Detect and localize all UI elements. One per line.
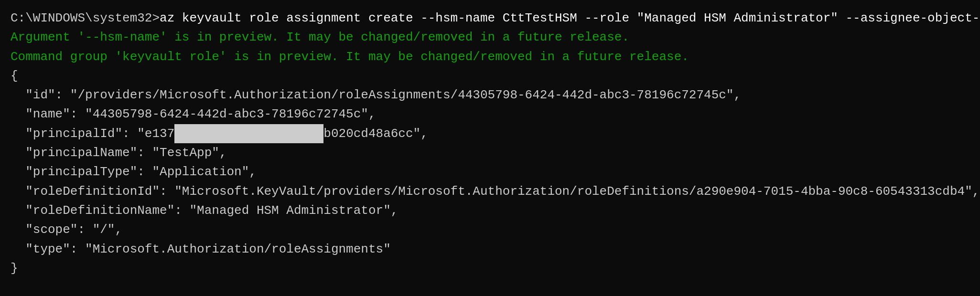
json-principalname-line: "principalName": "TestApp", — [11, 143, 969, 162]
json-id-line: "id": "/providers/Microsoft.Authorizatio… — [11, 85, 969, 105]
warning-line-2: Command group 'keyvault role' is in prev… — [11, 47, 969, 66]
json-principaltype-line: "principalType": "Application", — [11, 162, 969, 181]
json-roledefinitionid-line: "roleDefinitionId": "Microsoft.KeyVault/… — [11, 182, 969, 201]
terminal-window: C:\WINDOWS\system32>az keyvault role ass… — [0, 0, 980, 296]
command-text: az keyvault role assignment create --hsm… — [160, 11, 980, 25]
json-open-brace: { — [11, 66, 969, 85]
redacted-principal-id — [174, 124, 323, 143]
json-close-brace: } — [11, 259, 969, 278]
warning-line-1: Argument '--hsm-name' is in preview. It … — [11, 28, 969, 47]
json-scope-line: "scope": "/", — [11, 220, 969, 239]
json-type-line: "type": "Microsoft.Authorization/roleAss… — [11, 240, 969, 259]
prompt: C:\WINDOWS\system32> — [11, 11, 160, 25]
json-roledefinitionname-line: "roleDefinitionName": "Managed HSM Admin… — [11, 201, 969, 220]
json-name-line: "name": "44305798-6424-442d-abc3-78196c7… — [11, 105, 969, 124]
command-line: C:\WINDOWS\system32>az keyvault role ass… — [11, 9, 969, 28]
json-principalid-line: "principalId": "e137 b020cd48a6cc", — [11, 124, 969, 143]
